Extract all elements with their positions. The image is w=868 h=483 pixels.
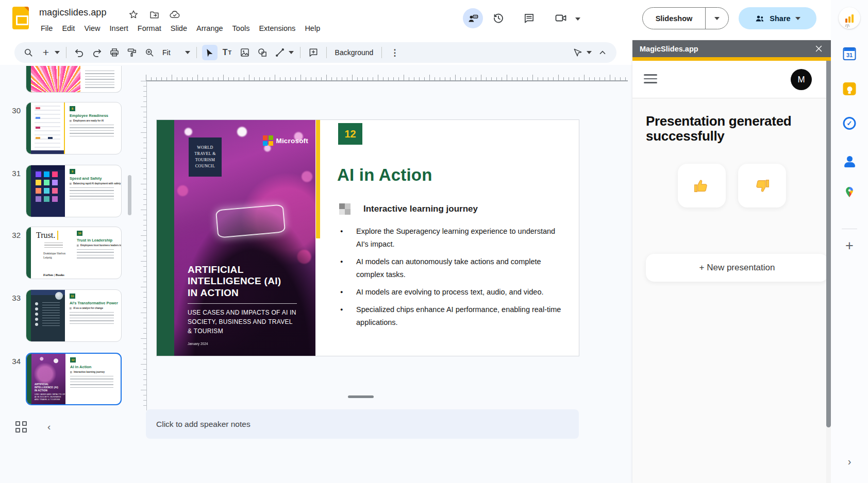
share-button[interactable]: Share [739, 7, 816, 29]
sidebar-divider [842, 229, 857, 229]
meet-camera-icon[interactable] [554, 11, 567, 25]
speaker-notes[interactable]: Click to add speaker notes [146, 409, 579, 439]
select-tool[interactable] [202, 45, 218, 60]
slide-thumbnail-30[interactable]: 8 Employee Readiness Employees are ready… [26, 102, 122, 154]
google-tasks-icon[interactable]: ✓ [843, 117, 856, 130]
slide-bullet-list[interactable]: Explore the Superagency learning experie… [338, 225, 566, 334]
bullet-item[interactable]: AI models can autonomously take actions … [338, 255, 566, 281]
print-icon[interactable] [107, 45, 122, 60]
insert-comment-icon[interactable] [306, 45, 321, 60]
presenter-captions-icon[interactable] [463, 8, 483, 28]
menu-file[interactable]: File [36, 22, 57, 35]
cloud-status-icon[interactable] [169, 9, 180, 20]
collapse-toolbar-icon[interactable] [595, 45, 610, 60]
search-menus-icon[interactable] [21, 45, 36, 60]
paint-format-icon[interactable] [124, 45, 140, 60]
text-box-tool[interactable]: TT [220, 45, 235, 60]
pen-caret-icon[interactable] [587, 51, 592, 54]
thumbnail-badge: 10 [77, 231, 82, 236]
toolbar-more-icon[interactable]: ⋮ [387, 47, 402, 58]
line-caret-icon[interactable] [289, 51, 294, 54]
panel-scrollbar[interactable] [826, 61, 831, 483]
slide-number: 34 [0, 357, 21, 366]
menu-tools[interactable]: Tools [228, 22, 255, 35]
thumbnail-image: ARTIFICIAL INTELLIGENCE (AI) IN ACTION U… [31, 354, 65, 404]
menu-edit[interactable]: Edit [57, 22, 79, 35]
menu-help[interactable]: Help [300, 22, 325, 35]
get-add-ons-icon[interactable]: + [842, 238, 857, 253]
thumbnail-title: AI's Transformative Power [70, 301, 116, 305]
version-history-icon[interactable] [492, 11, 505, 25]
share-label: Share [770, 14, 790, 23]
filmstrip: 30 8 Employee Readiness Employees are re… [0, 66, 135, 414]
slide-number-badge[interactable]: 12 [338, 123, 362, 145]
slideshow-dropdown[interactable] [706, 8, 728, 29]
insert-line-icon[interactable] [272, 45, 288, 60]
menu-format[interactable]: Format [133, 22, 166, 35]
slide-title[interactable]: AI in Action [337, 165, 432, 185]
panel-accent-bar [632, 57, 831, 61]
panel-heading: Presentation generated successfully [646, 114, 806, 143]
google-calendar-icon[interactable]: 31 [843, 47, 856, 60]
slideshow-button[interactable]: Slideshow [643, 8, 706, 29]
thumbs-up-icon [693, 177, 710, 195]
new-slide-button[interactable]: + [38, 45, 54, 60]
slide-subtitle[interactable]: Interactive learning journey [363, 204, 478, 214]
slide-thumbnail-partial[interactable] [26, 66, 122, 93]
bullet-item[interactable]: AI models are evolving to process text, … [338, 286, 566, 299]
close-icon[interactable] [813, 44, 824, 54]
wttc-logo: WORLD TRAVEL & TOURISM COUNCIL [189, 137, 222, 177]
slideshow-button-group: Slideshow [642, 7, 729, 29]
thumbnail-title: Trust in Leadership [77, 238, 116, 243]
google-slides-logo-icon[interactable] [12, 7, 29, 29]
cover-image[interactable]: WORLD TRAVEL & TOURISM COUNCIL Microsoft… [157, 120, 315, 356]
thumbs-down-button[interactable] [738, 164, 786, 208]
zoom-icon[interactable] [142, 45, 157, 60]
share-dropdown-caret-icon[interactable] [795, 17, 800, 20]
avatar[interactable]: M [791, 69, 812, 90]
collapse-filmstrip-icon[interactable]: ‹ [47, 421, 51, 433]
new-presentation-button[interactable]: + New presentation [646, 254, 828, 282]
magicslides-addon-icon[interactable] [839, 7, 860, 29]
insert-shape-icon[interactable] [255, 45, 270, 60]
slide-canvas[interactable]: WORLD TRAVEL & TOURISM COUNCIL Microsoft… [156, 119, 579, 356]
menu-slide[interactable]: Slide [166, 22, 192, 35]
hide-side-panel-icon[interactable]: › [843, 455, 856, 468]
google-maps-icon[interactable] [843, 185, 856, 199]
notes-resize-handle[interactable] [348, 395, 374, 398]
slide-thumbnail-33[interactable]: 11 AI's Transformative Power AI as a cat… [26, 289, 122, 342]
pen-pointer-icon[interactable] [570, 45, 586, 60]
star-icon[interactable] [128, 9, 139, 20]
thumbnail-image [31, 66, 80, 92]
new-slide-caret-icon[interactable] [55, 51, 60, 54]
google-contacts-icon[interactable] [843, 152, 856, 165]
slide-thumbnail-32[interactable]: Trust. Dominique Shelton Leipzig Forbes … [26, 227, 122, 279]
hamburger-menu-icon[interactable] [644, 74, 657, 83]
move-folder-icon[interactable] [148, 9, 160, 20]
menu-extensions[interactable]: Extensions [254, 22, 300, 35]
bullet-item[interactable]: Explore the Superagency learning experie… [338, 225, 566, 251]
slide-thumbnail-31[interactable]: 9 Speed and Safety Balancing rapid AI de… [26, 165, 122, 217]
comments-icon[interactable] [522, 11, 536, 25]
google-keep-icon[interactable] [843, 82, 856, 95]
thumbs-up-button[interactable] [678, 164, 726, 208]
menu-view[interactable]: View [79, 22, 105, 35]
magicslides-panel: MagicSlides.app M Presentation generated… [632, 40, 831, 483]
thumbnail-image [31, 102, 65, 154]
slide-thumbnail-34-selected[interactable]: ARTIFICIAL INTELLIGENCE (AI) IN ACTION U… [26, 353, 122, 405]
zoom-select[interactable]: Fit [159, 48, 174, 57]
undo-icon[interactable] [72, 45, 87, 60]
panel-toolbar: M [632, 61, 831, 98]
meet-dropdown-caret-icon[interactable] [575, 18, 580, 21]
background-button[interactable]: Background [332, 48, 377, 57]
menu-insert[interactable]: Insert [105, 22, 133, 35]
document-title[interactable]: magicslides.app [39, 7, 107, 18]
zoom-caret-icon[interactable] [185, 51, 190, 54]
thumbs-down-icon [753, 177, 771, 195]
insert-image-icon[interactable] [237, 45, 253, 60]
grid-view-icon[interactable] [15, 421, 28, 434]
menu-arrange[interactable]: Arrange [192, 22, 228, 35]
redo-icon[interactable] [89, 45, 105, 60]
filmstrip-scrollbar[interactable] [128, 175, 131, 215]
bullet-item[interactable]: Specialized chips enhance AI performance… [338, 303, 566, 329]
